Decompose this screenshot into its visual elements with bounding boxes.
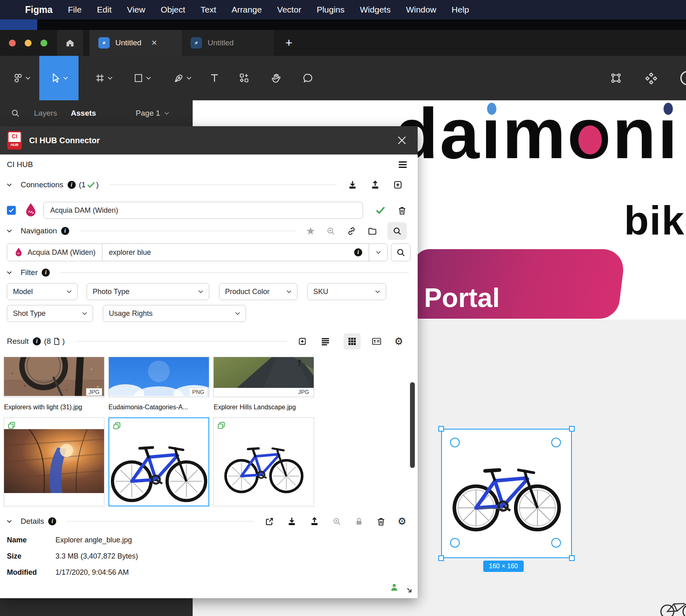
delete-connection-button[interactable] <box>397 205 407 216</box>
filter-usage-rights-dropdown[interactable]: Usage Rights <box>103 305 246 322</box>
collapse-details-icon[interactable] <box>7 520 12 523</box>
menu-text[interactable]: Text <box>201 5 217 15</box>
hamburger-menu-icon[interactable] <box>397 160 408 169</box>
page-selector[interactable]: Page 1 <box>136 109 169 118</box>
search-icon[interactable] <box>11 108 20 118</box>
info-icon[interactable]: i <box>33 337 41 345</box>
upload-asset-button[interactable] <box>309 516 320 527</box>
list-view-button[interactable] <box>320 337 331 346</box>
menu-help[interactable]: Help <box>452 5 469 15</box>
close-window-button[interactable] <box>9 40 16 47</box>
resources-tool-button[interactable] <box>230 56 258 100</box>
query-dropdown-button[interactable] <box>369 244 387 261</box>
pen-tool-button[interactable] <box>163 56 202 100</box>
run-search-button[interactable] <box>391 243 410 261</box>
result-filename[interactable]: Explorers with light (31).jpg <box>4 404 106 411</box>
grid-view-button[interactable] <box>344 333 361 349</box>
tab-layers[interactable]: Layers <box>34 109 57 118</box>
placed-bike-image[interactable] <box>441 429 572 558</box>
filter-product-color-dropdown[interactable]: Product Color <box>219 283 297 300</box>
menu-window[interactable]: Window <box>406 5 436 15</box>
menu-view[interactable]: View <box>127 5 145 15</box>
navigation-search-button[interactable] <box>387 222 407 240</box>
filter-photo-type-dropdown[interactable]: Photo Type <box>87 283 209 300</box>
result-item-1[interactable]: JPG <box>4 357 104 397</box>
selection-handle-top-left[interactable] <box>438 426 444 432</box>
collapse-filter-icon[interactable] <box>7 271 12 274</box>
corner-radius-handle[interactable] <box>450 538 460 548</box>
card-view-button[interactable] <box>371 337 382 346</box>
menu-file[interactable]: File <box>68 5 82 15</box>
details-settings-gear-icon[interactable]: ⚙ <box>397 516 406 527</box>
corner-radius-handle[interactable] <box>551 538 561 548</box>
hand-tool-button[interactable] <box>262 56 291 100</box>
menu-edit[interactable]: Edit <box>97 5 112 15</box>
navigation-source-chip[interactable]: Acquia DAM (Widen) <box>7 244 102 261</box>
result-settings-gear-icon[interactable]: ⚙ <box>394 336 403 347</box>
filter-model-dropdown[interactable]: Model <box>7 283 78 300</box>
filter-shot-type-dropdown[interactable]: Shot Type <box>7 305 93 322</box>
link-icon[interactable] <box>346 226 357 236</box>
menu-arrange[interactable]: Arrange <box>231 5 262 15</box>
result-item-6[interactable] <box>213 417 314 506</box>
menu-plugins[interactable]: Plugins <box>316 5 344 15</box>
info-icon[interactable]: i <box>68 181 76 189</box>
result-item-5-selected[interactable] <box>108 417 209 506</box>
zoom-asset-button[interactable] <box>332 517 342 527</box>
search-query-input[interactable]: explorer blue i <box>102 248 369 257</box>
close-icon[interactable] <box>396 134 408 146</box>
result-filename[interactable]: Eudaimonia-Catagories-A... <box>108 404 210 411</box>
info-icon[interactable]: i <box>48 517 56 525</box>
user-avatar[interactable] <box>680 71 686 85</box>
new-tab-button[interactable]: + <box>274 30 304 56</box>
collapse-navigation-icon[interactable] <box>7 229 12 233</box>
info-icon[interactable]: i <box>354 248 362 256</box>
main-menu-button[interactable] <box>6 56 36 100</box>
menu-object[interactable]: Object <box>161 5 185 15</box>
copy-to-canvas-icon[interactable] <box>7 421 16 430</box>
move-tool-button[interactable] <box>39 56 79 100</box>
minimize-window-button[interactable] <box>25 40 32 47</box>
add-connection-button[interactable] <box>393 180 403 190</box>
open-external-button[interactable] <box>264 517 274 527</box>
zoom-in-icon[interactable] <box>326 226 336 236</box>
tab-close-icon[interactable]: ✕ <box>151 38 157 47</box>
tab-untitled-inactive[interactable]: Untitled <box>182 30 274 56</box>
info-icon[interactable]: i <box>42 269 50 277</box>
copy-to-canvas-icon[interactable] <box>113 421 121 430</box>
home-button[interactable] <box>57 30 83 56</box>
info-icon[interactable]: i <box>61 227 69 235</box>
menu-vector[interactable]: Vector <box>277 5 302 15</box>
expand-results-button[interactable] <box>297 337 307 346</box>
menu-widgets[interactable]: Widgets <box>360 5 391 15</box>
result-item-3[interactable]: JPG <box>213 357 314 397</box>
comment-tool-button[interactable] <box>294 56 322 100</box>
dialog-scrollbar[interactable] <box>410 382 415 468</box>
result-item-2[interactable]: PNG <box>108 357 209 397</box>
widgets-diamonds-icon[interactable] <box>645 72 658 85</box>
menu-figma[interactable]: Figma <box>25 4 53 15</box>
selection-handle-bottom-left[interactable] <box>438 555 444 561</box>
connection-checkbox[interactable] <box>7 206 16 215</box>
zoom-window-button[interactable] <box>40 40 47 47</box>
folder-icon[interactable] <box>367 226 378 236</box>
frame-tool-button[interactable] <box>85 56 122 100</box>
filter-sku-dropdown[interactable]: SKU <box>307 283 386 300</box>
tab-untitled-active[interactable]: Untitled ✕ <box>89 30 182 56</box>
corner-radius-handle[interactable] <box>450 438 460 447</box>
favorites-star-icon[interactable]: ★ <box>306 225 315 237</box>
selection-handle-top-right[interactable] <box>569 426 575 432</box>
corner-radius-handle[interactable] <box>551 438 561 447</box>
shape-tool-button[interactable] <box>123 56 161 100</box>
tab-assets[interactable]: Assets <box>71 109 96 118</box>
copy-to-canvas-icon[interactable] <box>217 421 226 430</box>
dialog-header[interactable]: CI HUB CI HUB Connector <box>0 126 418 155</box>
selection-frame-icon[interactable] <box>610 72 622 84</box>
text-tool-button[interactable] <box>202 56 227 100</box>
upload-connections-button[interactable] <box>370 180 380 190</box>
lock-asset-button[interactable] <box>354 517 364 526</box>
connection-name-input[interactable]: Acquia DAM (Widen) <box>43 202 363 219</box>
selection-handle-bottom-right[interactable] <box>569 555 575 561</box>
download-connections-button[interactable] <box>347 180 358 190</box>
result-filename[interactable]: Explorer Hills Landscape.jpg <box>214 404 316 411</box>
